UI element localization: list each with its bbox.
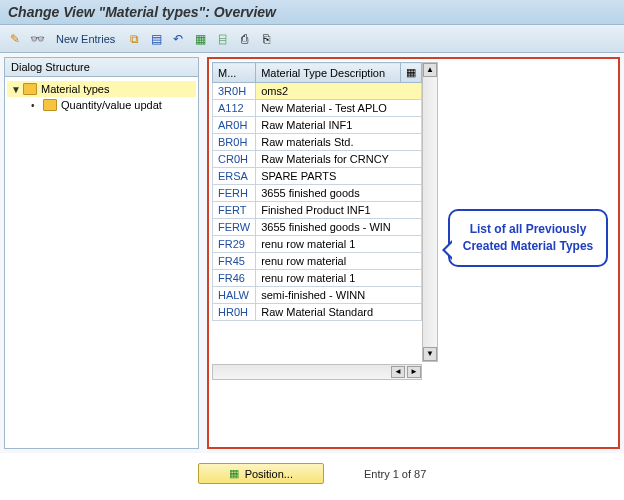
cell-code[interactable]: 3R0H: [213, 83, 256, 100]
table-row[interactable]: FR29renu row material 1: [213, 236, 422, 253]
scroll-left-icon[interactable]: ◄: [391, 366, 405, 378]
cell-desc[interactable]: Raw Material INF1: [256, 117, 422, 134]
cell-desc[interactable]: Raw Material Standard: [256, 304, 422, 321]
tree-item-material-types[interactable]: ▼ Material types: [7, 81, 196, 97]
copy-icon[interactable]: ⧉: [125, 30, 143, 48]
table-row[interactable]: FR46renu row material 1: [213, 270, 422, 287]
cell-desc[interactable]: Raw materials Std.: [256, 134, 422, 151]
position-label: Position...: [245, 468, 293, 480]
horizontal-scrollbar[interactable]: ◄ ►: [212, 364, 422, 380]
scroll-down-icon[interactable]: ▼: [423, 347, 437, 361]
scroll-right-icon[interactable]: ►: [407, 366, 421, 378]
entry-count: Entry 1 of 87: [364, 468, 426, 480]
scroll-up-icon[interactable]: ▲: [423, 63, 437, 77]
cell-desc[interactable]: renu row material 1: [256, 236, 422, 253]
cell-code[interactable]: FR46: [213, 270, 256, 287]
cell-desc[interactable]: 3655 finished goods - WIN: [256, 219, 422, 236]
toolbar: ✎ 👓 New Entries ⧉ ▤ ↶ ▦ ⌸ ⎙ ⎘: [0, 25, 624, 53]
vertical-scrollbar[interactable]: ▲ ▼: [422, 62, 438, 362]
table-row[interactable]: FERH3655 finished goods: [213, 185, 422, 202]
cell-desc[interactable]: New Material - Test APLO: [256, 100, 422, 117]
table-area: M... Material Type Description ▦ 3R0Homs…: [207, 57, 620, 449]
footer: ▦ Position... Entry 1 of 87: [0, 457, 624, 490]
cell-code[interactable]: CR0H: [213, 151, 256, 168]
position-icon: ▦: [229, 467, 239, 480]
table-row[interactable]: CR0HRaw Materials for CRNCY: [213, 151, 422, 168]
position-button[interactable]: ▦ Position...: [198, 463, 324, 484]
cell-code[interactable]: FERH: [213, 185, 256, 202]
print-icon[interactable]: ⎘: [257, 30, 275, 48]
table-row[interactable]: AR0HRaw Material INF1: [213, 117, 422, 134]
col-header-desc[interactable]: Material Type Description: [256, 63, 401, 83]
cell-desc[interactable]: Raw Materials for CRNCY: [256, 151, 422, 168]
table-row[interactable]: FERTFinished Product INF1: [213, 202, 422, 219]
table-row[interactable]: A112New Material - Test APLO: [213, 100, 422, 117]
material-types-table: M... Material Type Description ▦ 3R0Homs…: [212, 62, 422, 321]
new-entries-button[interactable]: New Entries: [50, 33, 121, 45]
glasses-icon[interactable]: 👓: [28, 30, 46, 48]
cell-code[interactable]: HR0H: [213, 304, 256, 321]
undo-icon[interactable]: ↶: [169, 30, 187, 48]
window-title: Change View "Material types": Overview: [0, 0, 624, 25]
cell-code[interactable]: HALW: [213, 287, 256, 304]
callout-text: List of all Previously Created Material …: [463, 222, 594, 253]
deselect-icon[interactable]: ⎙: [235, 30, 253, 48]
cell-code[interactable]: ERSA: [213, 168, 256, 185]
cell-desc[interactable]: renu row material 1: [256, 270, 422, 287]
cell-desc[interactable]: semi-finished - WINN: [256, 287, 422, 304]
folder-icon: [43, 99, 57, 111]
folder-icon: [23, 83, 37, 95]
cell-code[interactable]: FERT: [213, 202, 256, 219]
tree-item-quantity-value[interactable]: • Quantity/value updat: [27, 97, 196, 113]
col-header-config-icon[interactable]: ▦: [401, 63, 422, 83]
dialog-structure-header: Dialog Structure: [5, 58, 198, 77]
select-icon[interactable]: ▤: [147, 30, 165, 48]
table-settings-icon[interactable]: ▦: [191, 30, 209, 48]
table-row[interactable]: HR0HRaw Material Standard: [213, 304, 422, 321]
cell-code[interactable]: FR45: [213, 253, 256, 270]
cell-code[interactable]: A112: [213, 100, 256, 117]
cell-code[interactable]: BR0H: [213, 134, 256, 151]
cell-desc[interactable]: 3655 finished goods: [256, 185, 422, 202]
cell-code[interactable]: AR0H: [213, 117, 256, 134]
col-header-code[interactable]: M...: [213, 63, 256, 83]
cell-desc[interactable]: SPARE PARTS: [256, 168, 422, 185]
dialog-structure-panel: Dialog Structure ▼ Material types • Quan…: [4, 57, 199, 449]
tree-item-label: Material types: [41, 83, 109, 95]
cell-desc[interactable]: Finished Product INF1: [256, 202, 422, 219]
table-row[interactable]: HALWsemi-finished - WINN: [213, 287, 422, 304]
tree-collapse-icon[interactable]: ▼: [11, 84, 23, 95]
expand-icon[interactable]: ✎: [6, 30, 24, 48]
tree-item-label: Quantity/value updat: [61, 99, 162, 111]
table-row[interactable]: 3R0Homs2: [213, 83, 422, 100]
cell-code[interactable]: FR29: [213, 236, 256, 253]
tree: ▼ Material types • Quantity/value updat: [5, 77, 198, 117]
table-row[interactable]: BR0HRaw materials Std.: [213, 134, 422, 151]
tree-bullet-icon: •: [31, 100, 43, 111]
annotation-callout: List of all Previously Created Material …: [448, 209, 608, 267]
cell-code[interactable]: FERW: [213, 219, 256, 236]
cell-desc[interactable]: renu row material: [256, 253, 422, 270]
main-area: Dialog Structure ▼ Material types • Quan…: [0, 53, 624, 453]
cell-desc[interactable]: oms2: [256, 83, 422, 100]
window-title-text: Change View "Material types": Overview: [8, 4, 276, 20]
table-row[interactable]: FR45renu row material: [213, 253, 422, 270]
table-row[interactable]: FERW3655 finished goods - WIN: [213, 219, 422, 236]
table-row[interactable]: ERSASPARE PARTS: [213, 168, 422, 185]
select-all-icon[interactable]: ⌸: [213, 30, 231, 48]
